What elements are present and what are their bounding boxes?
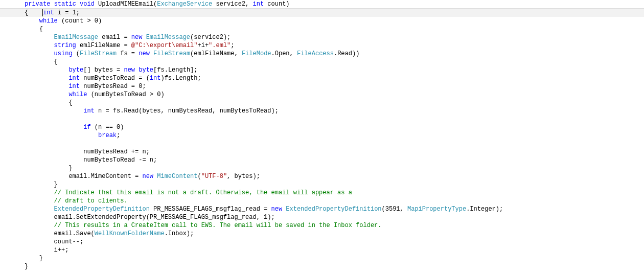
type: MapiPropertyType — [407, 206, 466, 213]
identifier: i = 1; — [54, 9, 80, 16]
keyword: if — [83, 124, 90, 131]
code-line: } — [0, 262, 644, 270]
brace: } — [39, 255, 43, 262]
code-line: numBytesToRead -= n; — [0, 156, 644, 164]
comment: // This results in a CreateItem call to … — [54, 222, 382, 229]
identifier: i++; — [54, 246, 69, 254]
code-line: count--; — [0, 238, 644, 246]
identifier: count) — [264, 1, 289, 8]
identifier: email = — [98, 34, 131, 41]
keyword: byte — [68, 66, 83, 74]
type: EmailMessage — [54, 34, 98, 41]
identifier: .Open, — [271, 50, 297, 57]
keyword: byte — [139, 66, 153, 74]
code-line: email.MimeContent = new MimeContent("UTF… — [0, 172, 644, 180]
code-line: int numBytesToRead = (int)fs.Length; — [0, 74, 644, 82]
identifier: )fs.Length; — [160, 75, 201, 82]
identifier: email.Save( — [54, 230, 95, 237]
code-line: if (n == 0) — [0, 123, 644, 131]
code-line: ExtendedPropertyDefinition PR_MESSAGE_FL… — [0, 205, 644, 213]
code-line: } — [0, 180, 644, 189]
code-line: int n = fs.Read(bytes, numBytesRead, num… — [0, 107, 644, 115]
identifier: [] bytes = — [83, 66, 124, 74]
string: @"C:\export\email" — [131, 42, 198, 49]
keyword: private — [25, 1, 50, 8]
identifier: n = fs.Read(bytes, numBytesRead, numByte… — [95, 107, 279, 115]
keyword: int — [68, 75, 80, 82]
code-line-highlighted: { int i = 1; — [0, 8, 644, 17]
keyword: void — [80, 1, 95, 8]
keyword: using — [54, 50, 73, 57]
code-line: // This results in a CreateItem call to … — [0, 221, 644, 230]
identifier: (3591, — [382, 206, 407, 213]
identifier: numBytesRead = 0; — [80, 83, 146, 90]
keyword: int — [150, 75, 161, 82]
identifier: ( — [197, 173, 201, 180]
brace: { — [25, 9, 43, 16]
keyword: break — [98, 132, 117, 139]
brace: } — [68, 165, 72, 172]
identifier: .Integer); — [466, 206, 503, 213]
identifier: email.MimeContent = — [68, 173, 142, 180]
identifier: UploadMIMEEmail( — [95, 1, 157, 8]
identifier: ; — [117, 132, 120, 139]
identifier: numBytesRead += n; — [83, 148, 150, 155]
keyword: static — [54, 1, 76, 8]
identifier: , bytes); — [227, 173, 260, 180]
brace: } — [54, 181, 58, 188]
type: FileMode — [242, 50, 271, 57]
code-line: numBytesRead += n; — [0, 148, 644, 156]
identifier: numBytesToRead = ( — [80, 75, 150, 82]
identifier: numBytesToRead -= n; — [83, 156, 157, 164]
type: MimeContent — [157, 173, 197, 180]
code-line: using (FileStream fs = new FileStream(em… — [0, 50, 644, 58]
keyword: string — [54, 42, 76, 49]
code-line — [0, 140, 644, 148]
code-line — [0, 115, 644, 123]
code-line: while (numBytesToRead > 0) — [0, 90, 644, 99]
identifier: (emlFileName, — [190, 50, 242, 57]
comment: // draft to clients. — [54, 197, 128, 205]
code-line: i++; — [0, 246, 644, 254]
code-line: // draft to clients. — [0, 197, 644, 205]
keyword: new — [131, 34, 143, 41]
string: "UTF-8" — [201, 173, 227, 180]
keyword: int — [68, 83, 80, 90]
code-line: EmailMessage email = new EmailMessage(se… — [0, 33, 644, 41]
code-line: string emlFileName = @"C:\export\email"+… — [0, 41, 644, 50]
identifier: fs = — [117, 50, 139, 57]
code-line: } — [0, 254, 644, 262]
identifier: count--; — [54, 238, 84, 245]
identifier: .Read)) — [334, 50, 359, 57]
code-line: byte[] bytes = new byte[fs.Length]; — [0, 66, 644, 74]
code-line: email.Save(WellKnownFolderName.Inbox); — [0, 230, 644, 238]
keyword: new — [139, 50, 150, 57]
identifier: (n == 0) — [91, 124, 124, 131]
code-line: { — [0, 58, 644, 66]
code-line: while (count > 0) — [0, 17, 644, 25]
string: ".eml" — [209, 42, 231, 49]
code-editor[interactable]: private static void UploadMIMEEmail(Exch… — [0, 0, 644, 272]
brace: { — [54, 58, 58, 65]
identifier: ; — [231, 42, 234, 49]
keyword: while — [68, 91, 87, 98]
code-line: email.SetExtendedProperty(PR_MESSAGE_FLA… — [0, 213, 644, 221]
identifier: email.SetExtendedProperty(PR_MESSAGE_FLA… — [54, 214, 275, 221]
identifier: (count > 0) — [58, 17, 102, 25]
identifier: ( — [73, 50, 80, 57]
type: WellKnownFolderName — [95, 230, 165, 237]
identifier: (numBytesToRead > 0) — [87, 91, 164, 98]
brace: { — [68, 99, 72, 106]
code-line: { — [0, 99, 644, 107]
code-line: int numBytesRead = 0; — [0, 82, 644, 90]
keyword: new — [142, 173, 153, 180]
type: ExtendedPropertyDefinition — [286, 206, 381, 213]
keyword: int — [83, 107, 95, 115]
brace: } — [25, 263, 28, 270]
code-line: } — [0, 164, 644, 172]
identifier: [fs.Length]; — [153, 66, 197, 74]
brace: { — [39, 26, 43, 33]
identifier: service2, — [212, 1, 252, 8]
code-line: { — [0, 25, 644, 33]
identifier: emlFileName = — [76, 42, 131, 49]
